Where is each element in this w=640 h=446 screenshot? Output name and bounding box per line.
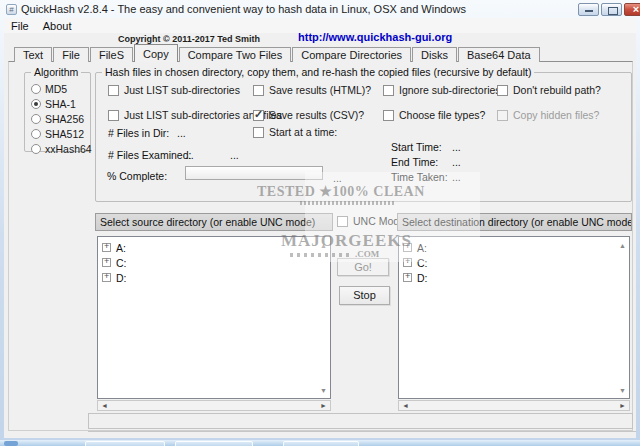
checkbox-copy-hidden-files: Copy hidden files? bbox=[497, 109, 599, 121]
checkbox-box bbox=[108, 110, 119, 121]
tab-base64-data[interactable]: Base64 Data bbox=[458, 47, 540, 62]
hash-copy-groupbox-label: Hash files in chosen directory, copy the… bbox=[102, 66, 534, 78]
tree-item-label: D: bbox=[417, 272, 428, 284]
scroll-right-icon[interactable]: ► bbox=[619, 401, 626, 410]
checkbox-label: Just LIST sub-directories bbox=[124, 84, 240, 96]
radio-sha512-circle bbox=[31, 129, 41, 139]
tab-copy[interactable]: Copy bbox=[134, 44, 178, 62]
radio-sha512-label: SHA512 bbox=[45, 128, 84, 140]
bottom-panel bbox=[88, 413, 633, 429]
start-time-label: Start Time: bbox=[391, 141, 442, 153]
dest-tree-item-d[interactable]: D: bbox=[399, 270, 629, 285]
checkbox-label: Save results (CSV)? bbox=[269, 109, 364, 121]
tree-item-label: A: bbox=[116, 242, 126, 254]
checkbox-save-html[interactable]: Save results (HTML)? bbox=[253, 84, 371, 96]
tree-item-label: D: bbox=[116, 272, 127, 284]
checkbox-start-at-time[interactable]: Start at a time: bbox=[253, 126, 337, 138]
dest-horizontal-scrollbar[interactable]: ◄ ► bbox=[398, 400, 630, 411]
radio-sha256[interactable]: SHA256 bbox=[31, 113, 92, 125]
tab-compare-two-files[interactable]: Compare Two Files bbox=[179, 47, 292, 62]
taskbar-button[interactable] bbox=[175, 441, 253, 446]
checkbox-just-list-subdirs[interactable]: Just LIST sub-directories bbox=[108, 84, 240, 96]
files-examined-value2: ... bbox=[230, 149, 239, 161]
tab-bar: Text File FileS Copy Compare Two Files C… bbox=[14, 44, 541, 62]
app-window: # QuickHash v2.8.4 - The easy and conven… bbox=[0, 0, 640, 440]
source-tree-item-c[interactable]: C: bbox=[98, 255, 330, 270]
tab-text[interactable]: Text bbox=[14, 47, 52, 62]
scroll-left-icon[interactable]: ◄ bbox=[101, 401, 108, 410]
title-bar[interactable]: # QuickHash v2.8.4 - The easy and conven… bbox=[0, 0, 640, 18]
expand-plus-icon[interactable] bbox=[102, 258, 111, 267]
watermark-backdrop bbox=[305, 172, 480, 262]
bottom-divider bbox=[88, 431, 636, 432]
watermark-stars bbox=[290, 253, 350, 257]
copyright-text: Copyright © 2011-2017 Ted Smith bbox=[118, 34, 260, 44]
tree-item-label: C: bbox=[116, 257, 127, 269]
checkbox-choose-file-types[interactable]: Choose file types? bbox=[383, 109, 485, 121]
scroll-down-icon[interactable]: ▼ bbox=[320, 387, 327, 394]
radio-sha1-label: SHA-1 bbox=[45, 98, 76, 110]
source-directory-header: Select source directory (or enable UNC m… bbox=[95, 213, 333, 231]
checkbox-save-csv[interactable]: Save results (CSV)? bbox=[253, 109, 364, 121]
checkbox-dont-rebuild-path[interactable]: Don't rebuild path? bbox=[497, 84, 601, 96]
checkbox-label: Copy hidden files? bbox=[513, 109, 599, 121]
checkbox-ignore-subdirs[interactable]: Ignore sub-directories? bbox=[383, 84, 506, 96]
radio-xxhash64-circle bbox=[31, 144, 41, 154]
end-time-value: ... bbox=[452, 156, 461, 168]
radio-sha1[interactable]: SHA-1 bbox=[31, 98, 92, 110]
tab-compare-directories[interactable]: Compare Directories bbox=[292, 47, 411, 62]
algorithm-groupbox-label: Algorithm bbox=[31, 66, 81, 78]
checkbox-box bbox=[253, 127, 264, 138]
files-in-dir-label: # Files in Dir: bbox=[108, 127, 169, 139]
checkbox-box bbox=[253, 85, 264, 96]
expand-plus-icon[interactable] bbox=[403, 273, 412, 282]
radio-sha256-circle bbox=[31, 114, 41, 124]
files-in-dir-value: ... bbox=[177, 127, 186, 139]
radio-md5-circle bbox=[31, 84, 41, 94]
radio-sha256-label: SHA256 bbox=[45, 113, 84, 125]
expand-plus-icon[interactable] bbox=[102, 273, 111, 282]
radio-sha1-circle bbox=[31, 99, 41, 109]
taskbar[interactable] bbox=[0, 440, 640, 446]
close-button[interactable] bbox=[624, 3, 640, 16]
window-title: QuickHash v2.8.4 - The easy and convenie… bbox=[21, 3, 466, 15]
radio-md5-label: MD5 bbox=[45, 83, 67, 95]
maximize-button[interactable] bbox=[601, 3, 622, 16]
start-time-value: ... bbox=[452, 141, 461, 153]
checkbox-box bbox=[497, 110, 508, 121]
taskbar-button[interactable] bbox=[85, 441, 165, 446]
checkbox-box bbox=[383, 85, 394, 96]
caption-buttons bbox=[578, 3, 640, 16]
start-button[interactable] bbox=[4, 441, 18, 446]
checkbox-box bbox=[497, 85, 508, 96]
checkbox-label: Start at a time: bbox=[269, 126, 337, 138]
radio-sha512[interactable]: SHA512 bbox=[31, 128, 92, 140]
tab-files[interactable]: FileS bbox=[90, 47, 133, 62]
taskbar-button[interactable] bbox=[283, 441, 359, 446]
expand-plus-icon[interactable] bbox=[102, 243, 111, 252]
scroll-right-icon[interactable]: ► bbox=[320, 401, 327, 410]
minimize-button[interactable] bbox=[578, 3, 599, 16]
scroll-down-icon[interactable]: ▼ bbox=[619, 387, 626, 394]
stop-button[interactable]: Stop bbox=[339, 286, 390, 305]
source-tree-item-d[interactable]: D: bbox=[98, 270, 330, 285]
algorithm-groupbox: Algorithm MD5 SHA-1 SHA256 SHA512 xxHash… bbox=[24, 72, 91, 152]
source-horizontal-scrollbar[interactable]: ◄ ► bbox=[97, 400, 331, 411]
files-examined-value: ... bbox=[185, 149, 194, 161]
checkbox-label: Choose file types? bbox=[399, 109, 485, 121]
files-examined-label: # Files Examined: bbox=[108, 149, 191, 161]
homepage-link[interactable]: http://www.quickhash-gui.org bbox=[298, 31, 452, 43]
radio-md5[interactable]: MD5 bbox=[31, 83, 92, 95]
menu-file[interactable]: File bbox=[4, 19, 36, 33]
radio-xxhash64[interactable]: xxHash64 bbox=[31, 143, 92, 155]
menu-about[interactable]: About bbox=[36, 19, 79, 33]
tab-disks[interactable]: Disks bbox=[412, 47, 457, 62]
checkbox-box bbox=[253, 110, 264, 121]
scroll-left-icon[interactable]: ◄ bbox=[402, 401, 409, 410]
scroll-up-icon[interactable]: ▲ bbox=[619, 242, 626, 249]
tab-file[interactable]: File bbox=[53, 47, 89, 62]
watermark-small-text bbox=[300, 201, 396, 205]
source-directory-tree[interactable]: A: C: D: ▲ ▼ bbox=[97, 236, 331, 399]
progress-bar bbox=[185, 166, 323, 180]
checkbox-label: Don't rebuild path? bbox=[513, 84, 601, 96]
